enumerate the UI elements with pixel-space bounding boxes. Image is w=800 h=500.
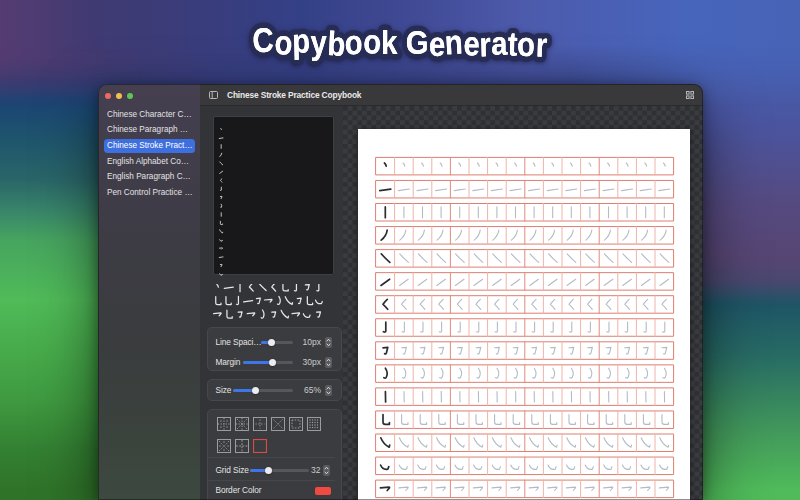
svg-text:Copybook Generator: Copybook Generator [251,20,548,63]
